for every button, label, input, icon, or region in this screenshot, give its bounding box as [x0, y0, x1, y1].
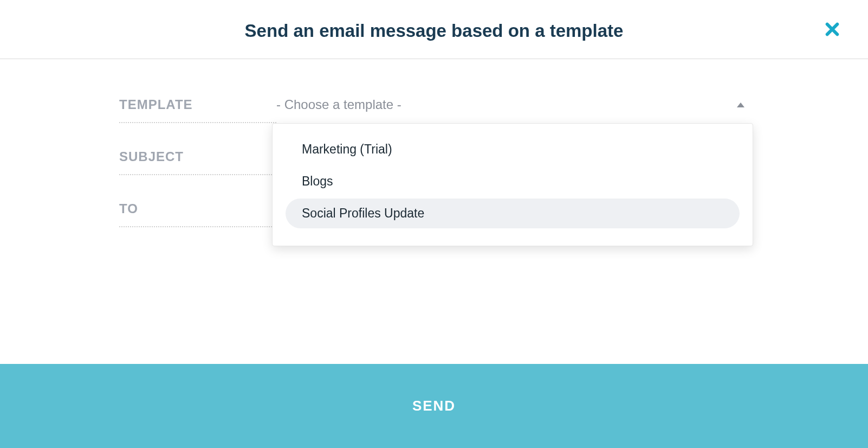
to-label: TO: [119, 201, 276, 227]
modal-title: Send an email message based on a templat…: [22, 21, 846, 41]
close-icon: [825, 22, 840, 37]
caret-up-icon: [737, 103, 744, 107]
dropdown-item-marketing-trial[interactable]: Marketing (Trial): [286, 135, 740, 164]
send-button-label: SEND: [412, 398, 456, 414]
send-button[interactable]: SEND: [0, 364, 868, 448]
dropdown-item-blogs[interactable]: Blogs: [286, 167, 740, 196]
send-email-modal: Send an email message based on a templat…: [0, 0, 868, 448]
template-select[interactable]: - Choose a template -: [276, 97, 749, 122]
template-row: TEMPLATE - Choose a template - Marketing…: [0, 97, 868, 123]
template-select-value: - Choose a template -: [276, 97, 401, 112]
close-button[interactable]: [824, 21, 841, 38]
template-field: - Choose a template - Marketing (Trial) …: [276, 97, 749, 122]
template-label: TEMPLATE: [119, 97, 276, 123]
modal-header: Send an email message based on a templat…: [0, 0, 868, 59]
dropdown-item-social-profiles-update[interactable]: Social Profiles Update: [286, 199, 740, 228]
template-dropdown: Marketing (Trial) Blogs Social Profiles …: [272, 123, 753, 246]
modal-body: TEMPLATE - Choose a template - Marketing…: [0, 59, 868, 364]
subject-label: SUBJECT: [119, 149, 276, 175]
